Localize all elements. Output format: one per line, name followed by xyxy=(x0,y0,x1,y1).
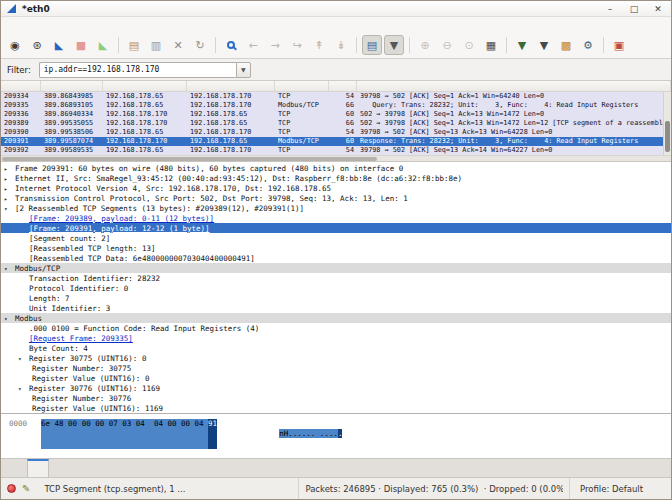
tree-expander-icon[interactable]: ▾ xyxy=(3,315,15,322)
zoom-100-icon[interactable]: ⊙ xyxy=(459,35,479,55)
packet-list-hscrollbar[interactable] xyxy=(1,155,671,162)
menu-item[interactable] xyxy=(74,24,84,26)
column-header[interactable] xyxy=(329,81,357,91)
open-file-icon[interactable]: ▤ xyxy=(124,35,144,55)
menu-item[interactable] xyxy=(64,24,74,26)
detail-field-text[interactable]: [Reassembled TCP length: 13] xyxy=(29,244,155,253)
detail-row[interactable]: ▾ [2 Reassembled TCP Segments (13 bytes)… xyxy=(1,203,671,213)
detail-field-text[interactable]: Register Number: 30775 xyxy=(32,364,131,373)
tree-expander-icon[interactable]: ▸ xyxy=(3,195,15,202)
detail-field-text[interactable]: Register 30776 (UINT16): 1169 xyxy=(29,384,160,393)
hex-bytes[interactable]: 6e 48 00 00 00 07 03 04 04 00 00 04 xyxy=(41,419,208,449)
detail-row[interactable]: Byte Count: 4 xyxy=(1,343,671,353)
detail-row[interactable]: Register Value (UINT16): 1169 xyxy=(1,403,671,413)
clear-button[interactable] xyxy=(283,68,291,72)
detail-field-text[interactable]: Internet Protocol Version 4, Src: 192.16… xyxy=(15,184,331,193)
packet-row[interactable]: 209391 389.99587074 192.168.178.170 192.… xyxy=(1,137,663,146)
go-to-top-icon[interactable]: ↟ xyxy=(309,35,329,55)
preferences-icon[interactable]: ⚙ xyxy=(578,35,598,55)
column-header[interactable] xyxy=(1,81,41,91)
packet-row[interactable]: 209390 389.99538506 192.168.178.65 192.1… xyxy=(1,128,663,137)
menu-item[interactable] xyxy=(34,24,44,26)
detail-row[interactable]: .000 0100 = Function Code: Read Input Re… xyxy=(1,323,671,333)
packet-row[interactable]: 209392 389.99589535 192.168.178.65 192.1… xyxy=(1,146,663,155)
detail-row[interactable]: Register Value (UINT16): 0 xyxy=(1,373,671,383)
tree-expander-icon[interactable]: ▸ xyxy=(3,175,15,182)
toolbar-button[interactable] xyxy=(215,37,216,53)
detail-row[interactable]: Length: 7 xyxy=(1,293,671,303)
tree-expander-icon[interactable]: ▾ xyxy=(3,205,15,212)
detail-field-text[interactable]: Length: 7 xyxy=(29,294,70,303)
ascii-bytes[interactable]: nH...... .... xyxy=(279,429,338,438)
menu-item[interactable] xyxy=(54,24,64,26)
scrollbar-thumb[interactable] xyxy=(665,121,670,153)
filter-input[interactable] xyxy=(39,62,236,78)
packet-row[interactable]: 209335 389.86893105 192.168.178.65 192.1… xyxy=(1,101,663,110)
reload-icon[interactable]: ↻ xyxy=(190,35,210,55)
detail-field-text[interactable]: [2 Reassembled TCP Segments (13 bytes): … xyxy=(15,204,304,213)
detail-field-text[interactable]: Transaction Identifier: 28232 xyxy=(29,274,160,283)
toolbar-button[interactable] xyxy=(356,37,357,53)
list-interfaces-icon[interactable]: ◉ xyxy=(5,35,25,55)
close-button[interactable]: ✕ xyxy=(651,4,665,14)
tab-frame[interactable] xyxy=(7,459,27,477)
menu-item[interactable] xyxy=(24,24,34,26)
detail-field-text[interactable]: Register Value (UINT16): 1169 xyxy=(32,404,163,413)
detail-row[interactable]: Unit Identifier: 3 xyxy=(1,303,671,313)
toolbar-button[interactable] xyxy=(506,37,507,53)
detail-row[interactable]: [Reassembled TCP Data: 6e480000000703040… xyxy=(1,253,671,263)
detail-row[interactable]: [Request Frame: 209335] xyxy=(1,333,671,343)
menu-item[interactable] xyxy=(94,24,104,26)
detail-row[interactable]: Register Number: 30775 xyxy=(1,363,671,373)
column-header[interactable] xyxy=(103,81,187,91)
detail-row[interactable]: ▸ Frame 209391: 60 bytes on wire (480 bi… xyxy=(1,163,671,173)
zoom-in-icon[interactable]: ⊕ xyxy=(415,35,435,55)
zoom-out-icon[interactable]: ⊖ xyxy=(437,35,457,55)
go-to-bottom-icon[interactable]: ↡ xyxy=(331,35,351,55)
colorize-list-icon[interactable]: ▤ xyxy=(362,35,382,55)
detail-row[interactable]: Transaction Identifier: 28232 xyxy=(1,273,671,283)
column-header[interactable] xyxy=(275,81,329,91)
detail-row[interactable]: ▾ Modbus/TCP xyxy=(1,263,671,273)
resize-columns-icon[interactable]: ▦ xyxy=(481,35,501,55)
coloring-rules-icon[interactable]: ▩ xyxy=(556,35,576,55)
detail-field-text[interactable]: Protocol Identifier: 0 xyxy=(29,284,128,293)
find-packet-icon[interactable] xyxy=(221,35,241,55)
detail-field-text[interactable]: Frame 209391: 60 bytes on wire (480 bits… xyxy=(15,164,403,173)
help-icon[interactable]: ▣ xyxy=(609,35,629,55)
detail-field-text[interactable]: Modbus/TCP xyxy=(15,264,60,273)
tree-expander-icon[interactable]: ▸ xyxy=(3,185,15,192)
status-profile[interactable]: Profile: Default xyxy=(569,478,665,499)
column-header[interactable] xyxy=(357,81,671,91)
detail-row[interactable]: ▸ Internet Protocol Version 4, Src: 192.… xyxy=(1,183,671,193)
detail-field-text[interactable]: [Segment count: 2] xyxy=(29,234,110,243)
tree-expander-icon[interactable]: ▸ xyxy=(3,165,15,172)
detail-row[interactable]: ▾ Register 30776 (UINT16): 1169 xyxy=(1,383,671,393)
auto-scroll-icon[interactable]: ▼ xyxy=(384,35,404,55)
detail-row[interactable]: ▾ Register 30775 (UINT16): 0 xyxy=(1,353,671,363)
toolbar-button[interactable] xyxy=(118,37,119,53)
detail-field-text[interactable]: Modbus xyxy=(15,314,42,323)
capture-options-icon[interactable]: ⊛ xyxy=(27,35,47,55)
menu-item[interactable] xyxy=(84,24,94,26)
detail-field-text[interactable]: .000 0100 = Function Code: Read Input Re… xyxy=(29,324,259,333)
expert-info-icon[interactable] xyxy=(7,484,16,493)
toolbar-button[interactable] xyxy=(603,37,604,53)
menu-item[interactable] xyxy=(14,24,24,26)
detail-row[interactable]: ▸ Transmission Control Protocol, Src Por… xyxy=(1,193,671,203)
detail-row[interactable]: Protocol Identifier: 0 xyxy=(1,283,671,293)
apply-button[interactable] xyxy=(307,68,315,72)
packet-row[interactable]: 209336 389.86940334 192.168.178.170 192.… xyxy=(1,110,663,119)
minimize-button[interactable]: – xyxy=(603,4,617,14)
detail-field-text[interactable]: Register Value (UINT16): 0 xyxy=(32,374,149,383)
detail-row[interactable]: [Segment count: 2] xyxy=(1,233,671,243)
save-button[interactable] xyxy=(331,68,339,72)
capture-filters-icon[interactable]: ▼ xyxy=(512,35,532,55)
detail-field-text[interactable]: [Request Frame: 209335] xyxy=(29,334,133,343)
ascii-selected-byte[interactable]: . xyxy=(338,429,343,438)
capture-comment-icon[interactable]: ✎ xyxy=(22,483,30,494)
detail-field-text[interactable]: Ethernet II, Src: SmaRegel_93:45:12 (00:… xyxy=(15,174,462,183)
display-filters-icon[interactable]: ▼ xyxy=(534,35,554,55)
detail-field-text[interactable]: Byte Count: 4 xyxy=(29,344,88,353)
packet-row[interactable]: 209389 389.99535055 192.168.178.170 192.… xyxy=(1,119,663,128)
